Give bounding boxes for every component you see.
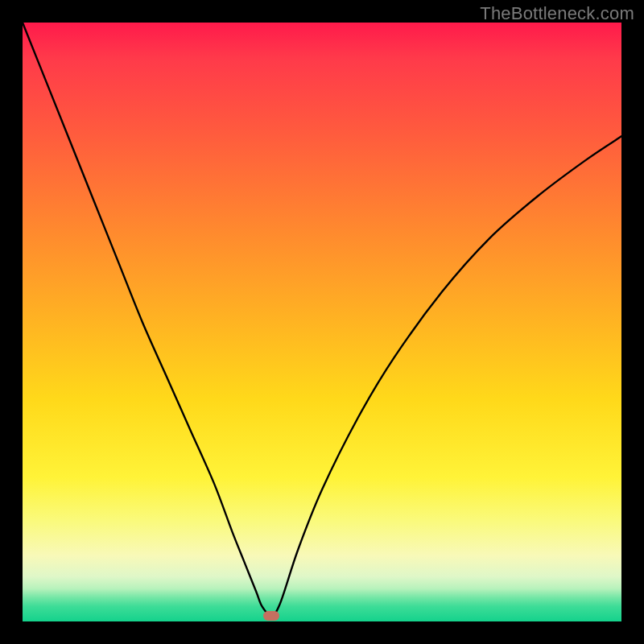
bottleneck-curve bbox=[23, 23, 621, 621]
minimum-marker-icon bbox=[263, 611, 279, 621]
chart-plot-area bbox=[23, 23, 621, 621]
chart-frame: TheBottleneck.com bbox=[0, 0, 644, 644]
watermark-label: TheBottleneck.com bbox=[480, 3, 634, 24]
